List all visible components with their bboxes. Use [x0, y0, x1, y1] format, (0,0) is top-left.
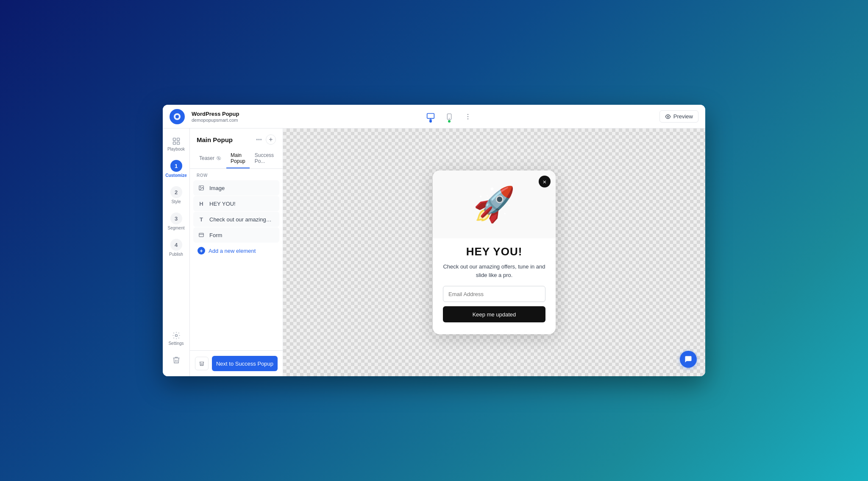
svg-rect-11	[173, 138, 175, 141]
panel-more-icon	[256, 136, 262, 143]
element-item-heading[interactable]: H HEY YOU!	[193, 196, 279, 211]
panel-title: Main Popup	[197, 136, 233, 143]
app-logo	[170, 109, 185, 124]
svg-point-9	[467, 118, 468, 119]
svg-rect-13	[173, 142, 175, 145]
next-to-success-button[interactable]: Next to Success Popup	[212, 356, 278, 371]
settings-label: Settings	[168, 341, 184, 346]
panel-tabs: Teaser Main Popup Success Po...	[190, 149, 283, 169]
sidebar: Playbook 1 Customize 2 Style 3 Segment 4…	[163, 129, 190, 376]
popup-subtext: Check out our amazing offers, tune in an…	[443, 263, 545, 279]
svg-point-17	[259, 139, 259, 140]
panel: Main Popup + Teaser M	[190, 129, 283, 376]
form-element-label: Form	[209, 232, 222, 238]
text-element-icon: T	[198, 215, 205, 223]
element-list: Image H HEY YOU! T Check out our amazing…	[190, 180, 283, 243]
sidebar-item-playbook[interactable]: Playbook	[164, 134, 188, 155]
teaser-tab-label: Teaser	[199, 155, 214, 161]
popup-email-input[interactable]	[443, 286, 545, 302]
svg-point-7	[467, 114, 468, 115]
app-window: WordPress Popup demopopupsmart.com	[163, 105, 705, 376]
segment-step-circle: 3	[170, 213, 182, 224]
desktop-active-dot	[429, 120, 432, 123]
sidebar-item-customize[interactable]: 1 Customize	[164, 157, 188, 181]
panel-trash-button[interactable]	[195, 357, 209, 370]
element-item-text[interactable]: T Check out our amazing offers, tune in …	[193, 212, 279, 227]
panel-add-button[interactable]: +	[266, 134, 276, 145]
site-name: WordPress Popup	[192, 111, 239, 117]
chat-button[interactable]	[680, 351, 697, 368]
image-element-icon	[198, 184, 205, 192]
heading-element-label: HEY YOU!	[209, 201, 236, 207]
preview-label: Preview	[673, 113, 693, 120]
panel-header: Main Popup +	[190, 129, 283, 149]
customize-step-circle: 1	[170, 160, 182, 172]
sidebar-item-style[interactable]: 2 Style	[164, 183, 188, 207]
svg-point-22	[200, 187, 201, 187]
publish-label: Publish	[169, 252, 183, 257]
popup-headline: HEY YOU!	[443, 245, 545, 258]
sidebar-item-trash[interactable]	[164, 352, 188, 368]
svg-rect-12	[177, 138, 179, 141]
text-element-label: Check out our amazing offers, tune in an…	[209, 216, 273, 223]
popup-cta-button[interactable]: Keep me updated	[443, 306, 545, 322]
svg-point-16	[256, 139, 257, 140]
popup-card: × 🚀 HEY YOU! Check out our amazing offer…	[433, 171, 556, 334]
svg-point-15	[175, 335, 177, 337]
add-element-button[interactable]: + Add a new element	[190, 243, 283, 259]
panel-footer: Next to Success Popup	[190, 350, 283, 376]
segment-label: Segment	[167, 226, 184, 230]
more-options-button[interactable]	[461, 110, 475, 123]
preview-button[interactable]: Preview	[659, 110, 698, 123]
svg-rect-23	[199, 233, 204, 237]
desktop-view-button[interactable]	[424, 110, 437, 123]
site-url: demopopupsmart.com	[192, 117, 239, 123]
main-layout: Playbook 1 Customize 2 Style 3 Segment 4…	[163, 129, 705, 376]
svg-point-18	[261, 139, 262, 140]
tab-success-popup[interactable]: Success Po...	[250, 149, 278, 168]
site-info: WordPress Popup demopopupsmart.com	[192, 111, 239, 123]
rocket-illustration: 🚀	[473, 187, 515, 221]
svg-rect-14	[177, 142, 179, 145]
main-popup-tab-label: Main Popup	[231, 152, 245, 164]
sidebar-bottom: Settings	[164, 328, 188, 371]
image-element-label: Image	[209, 185, 225, 191]
svg-point-1	[175, 115, 179, 118]
popup-close-button[interactable]: ×	[539, 176, 551, 187]
row-section-label: ROW	[190, 169, 283, 180]
header-center	[239, 110, 659, 123]
playbook-label: Playbook	[167, 147, 185, 151]
sidebar-item-segment[interactable]: 3 Segment	[164, 209, 188, 234]
sidebar-item-publish[interactable]: 4 Publish	[164, 235, 188, 260]
heading-element-icon: H	[198, 200, 205, 207]
popup-image-area: 🚀	[433, 171, 556, 238]
svg-rect-2	[427, 113, 434, 118]
sidebar-item-settings[interactable]: Settings	[164, 328, 188, 349]
customize-label: Customize	[165, 173, 187, 178]
svg-point-8	[467, 116, 468, 117]
popup-body: HEY YOU! Check out our amazing offers, t…	[433, 238, 556, 322]
header: WordPress Popup demopopupsmart.com	[163, 105, 705, 129]
header-right: Preview	[659, 110, 698, 123]
element-item-image[interactable]: Image	[193, 180, 279, 196]
form-element-icon	[198, 231, 205, 239]
mobile-view-button[interactable]	[442, 110, 456, 123]
success-popup-tab-label: Success Po...	[255, 152, 274, 164]
tab-main-popup[interactable]: Main Popup	[226, 149, 250, 168]
style-label: Style	[171, 199, 181, 204]
element-item-form[interactable]: Form	[193, 227, 279, 243]
add-element-label: Add a new element	[209, 248, 256, 254]
publish-step-circle: 4	[170, 239, 182, 251]
style-step-circle: 2	[170, 186, 182, 198]
teaser-eye-icon	[216, 156, 221, 161]
tab-teaser[interactable]: Teaser	[195, 149, 225, 168]
svg-point-10	[667, 116, 669, 117]
canvas: × 🚀 HEY YOU! Check out our amazing offer…	[283, 129, 705, 376]
mobile-active-dot	[448, 120, 451, 123]
add-element-circle-icon: +	[198, 247, 205, 254]
close-icon: ×	[543, 178, 547, 185]
